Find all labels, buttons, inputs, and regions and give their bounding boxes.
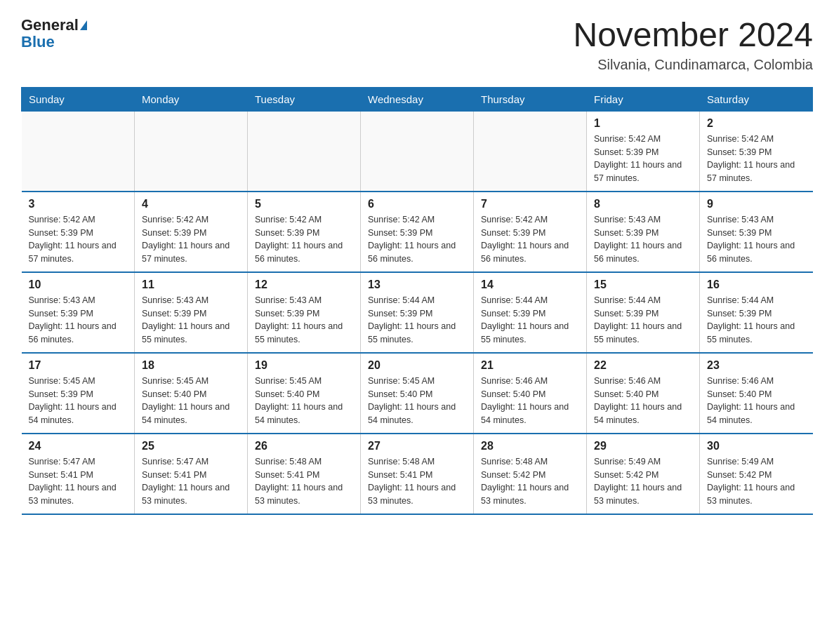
sun-info: Sunrise: 5:43 AMSunset: 5:39 PMDaylight:… bbox=[142, 294, 240, 347]
sun-info: Sunrise: 5:43 AMSunset: 5:39 PMDaylight:… bbox=[29, 294, 128, 347]
day-number: 30 bbox=[707, 440, 806, 452]
day-cell: 10Sunrise: 5:43 AMSunset: 5:39 PMDayligh… bbox=[22, 272, 135, 353]
day-cell: 23Sunrise: 5:46 AMSunset: 5:40 PMDayligh… bbox=[700, 353, 813, 434]
day-number: 4 bbox=[142, 198, 240, 210]
day-number: 7 bbox=[481, 198, 579, 210]
day-cell: 20Sunrise: 5:45 AMSunset: 5:40 PMDayligh… bbox=[361, 353, 474, 434]
sun-info: Sunrise: 5:48 AMSunset: 5:41 PMDaylight:… bbox=[255, 455, 353, 508]
day-cell: 21Sunrise: 5:46 AMSunset: 5:40 PMDayligh… bbox=[474, 353, 587, 434]
day-number: 2 bbox=[707, 117, 806, 130]
sun-info: Sunrise: 5:44 AMSunset: 5:39 PMDaylight:… bbox=[481, 294, 579, 347]
day-number: 9 bbox=[707, 198, 806, 210]
day-cell bbox=[22, 111, 135, 192]
week-row-1: 3Sunrise: 5:42 AMSunset: 5:39 PMDaylight… bbox=[22, 192, 813, 272]
day-number: 14 bbox=[481, 279, 579, 291]
day-number: 15 bbox=[594, 279, 692, 291]
day-cell: 14Sunrise: 5:44 AMSunset: 5:39 PMDayligh… bbox=[474, 272, 587, 353]
day-cell: 2Sunrise: 5:42 AMSunset: 5:39 PMDaylight… bbox=[700, 111, 813, 192]
sun-info: Sunrise: 5:49 AMSunset: 5:42 PMDaylight:… bbox=[707, 455, 806, 508]
sun-info: Sunrise: 5:44 AMSunset: 5:39 PMDaylight:… bbox=[707, 294, 806, 347]
sun-info: Sunrise: 5:42 AMSunset: 5:39 PMDaylight:… bbox=[255, 213, 353, 266]
sun-info: Sunrise: 5:49 AMSunset: 5:42 PMDaylight:… bbox=[594, 455, 692, 508]
day-cell: 13Sunrise: 5:44 AMSunset: 5:39 PMDayligh… bbox=[361, 272, 474, 353]
day-cell: 8Sunrise: 5:43 AMSunset: 5:39 PMDaylight… bbox=[587, 192, 700, 272]
sun-info: Sunrise: 5:42 AMSunset: 5:39 PMDaylight:… bbox=[707, 133, 806, 185]
sun-info: Sunrise: 5:47 AMSunset: 5:41 PMDaylight:… bbox=[29, 455, 128, 508]
sun-info: Sunrise: 5:48 AMSunset: 5:41 PMDaylight:… bbox=[368, 455, 466, 508]
sun-info: Sunrise: 5:43 AMSunset: 5:39 PMDaylight:… bbox=[594, 213, 692, 266]
logo-blue-text: Blue bbox=[21, 34, 55, 51]
day-cell: 27Sunrise: 5:48 AMSunset: 5:41 PMDayligh… bbox=[361, 434, 474, 514]
day-cell: 28Sunrise: 5:48 AMSunset: 5:42 PMDayligh… bbox=[474, 434, 587, 514]
header-row: SundayMondayTuesdayWednesdayThursdayFrid… bbox=[22, 87, 813, 111]
day-number: 8 bbox=[594, 198, 692, 210]
header-cell-friday: Friday bbox=[587, 87, 700, 111]
day-number: 10 bbox=[29, 279, 128, 291]
day-cell: 29Sunrise: 5:49 AMSunset: 5:42 PMDayligh… bbox=[587, 434, 700, 514]
sun-info: Sunrise: 5:44 AMSunset: 5:39 PMDaylight:… bbox=[368, 294, 466, 347]
sun-info: Sunrise: 5:45 AMSunset: 5:40 PMDaylight:… bbox=[255, 375, 353, 427]
header-cell-tuesday: Tuesday bbox=[248, 87, 361, 111]
day-number: 20 bbox=[368, 359, 466, 372]
day-cell: 17Sunrise: 5:45 AMSunset: 5:39 PMDayligh… bbox=[22, 353, 135, 434]
sun-info: Sunrise: 5:42 AMSunset: 5:39 PMDaylight:… bbox=[368, 213, 466, 266]
day-number: 19 bbox=[255, 359, 353, 372]
sun-info: Sunrise: 5:43 AMSunset: 5:39 PMDaylight:… bbox=[255, 294, 353, 347]
day-cell: 7Sunrise: 5:42 AMSunset: 5:39 PMDaylight… bbox=[474, 192, 587, 272]
day-number: 22 bbox=[594, 359, 692, 372]
month-title: November 2024 bbox=[573, 17, 813, 54]
week-row-2: 10Sunrise: 5:43 AMSunset: 5:39 PMDayligh… bbox=[22, 272, 813, 353]
day-cell: 12Sunrise: 5:43 AMSunset: 5:39 PMDayligh… bbox=[248, 272, 361, 353]
day-cell: 26Sunrise: 5:48 AMSunset: 5:41 PMDayligh… bbox=[248, 434, 361, 514]
day-number: 21 bbox=[481, 359, 579, 372]
header-cell-sunday: Sunday bbox=[22, 87, 135, 111]
sun-info: Sunrise: 5:42 AMSunset: 5:39 PMDaylight:… bbox=[142, 213, 240, 266]
sun-info: Sunrise: 5:45 AMSunset: 5:40 PMDaylight:… bbox=[142, 375, 240, 427]
day-cell bbox=[361, 111, 474, 192]
day-number: 27 bbox=[368, 440, 466, 452]
day-number: 13 bbox=[368, 279, 466, 291]
day-number: 17 bbox=[29, 359, 128, 372]
day-number: 18 bbox=[142, 359, 240, 372]
day-number: 11 bbox=[142, 279, 240, 291]
header-cell-wednesday: Wednesday bbox=[361, 87, 474, 111]
day-cell: 30Sunrise: 5:49 AMSunset: 5:42 PMDayligh… bbox=[700, 434, 813, 514]
day-cell: 5Sunrise: 5:42 AMSunset: 5:39 PMDaylight… bbox=[248, 192, 361, 272]
day-cell bbox=[248, 111, 361, 192]
sun-info: Sunrise: 5:46 AMSunset: 5:40 PMDaylight:… bbox=[481, 375, 579, 427]
sun-info: Sunrise: 5:42 AMSunset: 5:39 PMDaylight:… bbox=[481, 213, 579, 266]
week-row-4: 24Sunrise: 5:47 AMSunset: 5:41 PMDayligh… bbox=[22, 434, 813, 514]
day-cell: 18Sunrise: 5:45 AMSunset: 5:40 PMDayligh… bbox=[135, 353, 248, 434]
sun-info: Sunrise: 5:46 AMSunset: 5:40 PMDaylight:… bbox=[707, 375, 806, 427]
day-number: 26 bbox=[255, 440, 353, 452]
day-cell: 9Sunrise: 5:43 AMSunset: 5:39 PMDaylight… bbox=[700, 192, 813, 272]
day-number: 29 bbox=[594, 440, 692, 452]
day-cell: 16Sunrise: 5:44 AMSunset: 5:39 PMDayligh… bbox=[700, 272, 813, 353]
header-cell-thursday: Thursday bbox=[474, 87, 587, 111]
day-cell: 24Sunrise: 5:47 AMSunset: 5:41 PMDayligh… bbox=[22, 434, 135, 514]
week-row-0: 1Sunrise: 5:42 AMSunset: 5:39 PMDaylight… bbox=[22, 111, 813, 192]
day-cell: 1Sunrise: 5:42 AMSunset: 5:39 PMDaylight… bbox=[587, 111, 700, 192]
day-cell: 15Sunrise: 5:44 AMSunset: 5:39 PMDayligh… bbox=[587, 272, 700, 353]
day-number: 24 bbox=[29, 440, 128, 452]
header-cell-monday: Monday bbox=[135, 87, 248, 111]
logo-general-text: General bbox=[21, 17, 79, 34]
day-cell: 19Sunrise: 5:45 AMSunset: 5:40 PMDayligh… bbox=[248, 353, 361, 434]
header-cell-saturday: Saturday bbox=[700, 87, 813, 111]
calendar-header: SundayMondayTuesdayWednesdayThursdayFrid… bbox=[22, 87, 813, 111]
day-cell: 11Sunrise: 5:43 AMSunset: 5:39 PMDayligh… bbox=[135, 272, 248, 353]
sun-info: Sunrise: 5:42 AMSunset: 5:39 PMDaylight:… bbox=[594, 133, 692, 185]
day-number: 25 bbox=[142, 440, 240, 452]
day-cell: 25Sunrise: 5:47 AMSunset: 5:41 PMDayligh… bbox=[135, 434, 248, 514]
week-row-3: 17Sunrise: 5:45 AMSunset: 5:39 PMDayligh… bbox=[22, 353, 813, 434]
sun-info: Sunrise: 5:46 AMSunset: 5:40 PMDaylight:… bbox=[594, 375, 692, 427]
day-number: 28 bbox=[481, 440, 579, 452]
sun-info: Sunrise: 5:43 AMSunset: 5:39 PMDaylight:… bbox=[707, 213, 806, 266]
location-subtitle: Silvania, Cundinamarca, Colombia bbox=[573, 57, 813, 73]
day-cell: 4Sunrise: 5:42 AMSunset: 5:39 PMDaylight… bbox=[135, 192, 248, 272]
page-header: General Blue November 2024 Silvania, Cun… bbox=[21, 17, 813, 73]
sun-info: Sunrise: 5:44 AMSunset: 5:39 PMDaylight:… bbox=[594, 294, 692, 347]
day-number: 3 bbox=[29, 198, 128, 210]
logo: General Blue bbox=[21, 17, 87, 51]
calendar-body: 1Sunrise: 5:42 AMSunset: 5:39 PMDaylight… bbox=[22, 111, 813, 514]
